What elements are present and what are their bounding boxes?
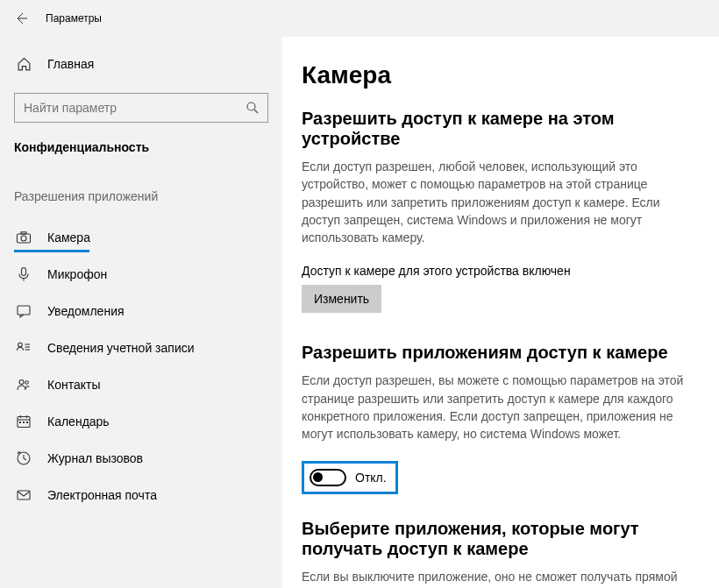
sidebar-item-label: Уведомления bbox=[47, 304, 125, 318]
sidebar-item-label: Календарь bbox=[47, 414, 110, 429]
sidebar-item-label: Контакты bbox=[47, 378, 100, 392]
home-nav[interactable]: Главная bbox=[0, 47, 282, 81]
svg-point-12 bbox=[19, 380, 24, 385]
svg-rect-4 bbox=[21, 232, 26, 234]
svg-rect-19 bbox=[23, 422, 25, 423]
arrow-left-icon bbox=[14, 11, 28, 25]
window-header: Параметры bbox=[0, 0, 719, 37]
camera-icon bbox=[16, 230, 32, 245]
svg-point-0 bbox=[247, 103, 255, 110]
back-button[interactable] bbox=[12, 10, 30, 27]
home-icon bbox=[16, 56, 32, 72]
toggle-label: Откл. bbox=[355, 471, 387, 485]
sidebar-item-label: Камера bbox=[47, 230, 90, 244]
toggle-knob bbox=[313, 472, 323, 482]
sidebar-item-camera[interactable]: Камера bbox=[0, 219, 282, 256]
sidebar-item-email[interactable]: Электронная почта bbox=[0, 477, 282, 514]
sidebar-item-label: Электронная почта bbox=[47, 488, 157, 502]
section2-desc: Если доступ разрешен, вы можете с помощь… bbox=[302, 372, 700, 443]
home-label: Главная bbox=[47, 57, 94, 71]
toggle-track bbox=[310, 469, 346, 486]
sidebar-item-label: Сведения учетной записи bbox=[47, 341, 195, 355]
svg-line-1 bbox=[254, 110, 258, 113]
svg-rect-7 bbox=[18, 306, 30, 315]
section3-desc: Если вы выключите приложение, оно не смо… bbox=[302, 568, 700, 585]
section-label: Разрешения приложений bbox=[0, 177, 282, 219]
call-history-icon bbox=[16, 450, 32, 466]
account-info-icon bbox=[16, 340, 32, 356]
notifications-icon bbox=[16, 303, 32, 319]
section2-title: Разрешить приложениям доступ к камере bbox=[302, 343, 700, 363]
contacts-icon bbox=[16, 377, 32, 393]
svg-rect-22 bbox=[18, 491, 30, 499]
search-input[interactable] bbox=[14, 93, 268, 123]
svg-point-8 bbox=[18, 343, 23, 347]
sidebar: Главная Конфиденциальность Разрешения пр… bbox=[0, 37, 282, 588]
sidebar-item-microphone[interactable]: Микрофон bbox=[0, 256, 282, 293]
section1-desc: Если доступ разрешен, любой человек, исп… bbox=[302, 158, 700, 246]
section1-title: Разрешить доступ к камере на этом устрой… bbox=[302, 109, 700, 149]
sidebar-item-label: Микрофон bbox=[47, 267, 107, 281]
sidebar-item-call-history[interactable]: Журнал вызовов bbox=[0, 440, 282, 477]
sidebar-item-contacts[interactable]: Контакты bbox=[0, 366, 282, 403]
sidebar-item-account-info[interactable]: Сведения учетной записи bbox=[0, 329, 282, 366]
svg-rect-20 bbox=[26, 422, 28, 423]
main-content: Камера Разрешить доступ к камере на этом… bbox=[282, 37, 719, 588]
sidebar-item-calendar[interactable]: Календарь bbox=[0, 403, 282, 440]
calendar-icon bbox=[16, 414, 32, 429]
camera-access-status: Доступ к камере для этого устройства вкл… bbox=[302, 264, 700, 278]
svg-rect-5 bbox=[22, 268, 26, 276]
apps-camera-toggle[interactable]: Откл. bbox=[302, 461, 398, 494]
search-box[interactable] bbox=[14, 93, 268, 123]
svg-rect-18 bbox=[19, 422, 21, 423]
sidebar-item-label: Журнал вызовов bbox=[47, 451, 143, 465]
search-icon bbox=[246, 101, 260, 115]
page-title: Камера bbox=[302, 61, 700, 89]
window-title: Параметры bbox=[46, 12, 102, 25]
change-button[interactable]: Изменить bbox=[302, 285, 381, 313]
microphone-icon bbox=[16, 266, 32, 282]
category-label: Конфиденциальность bbox=[0, 140, 282, 177]
email-icon bbox=[16, 487, 32, 503]
sidebar-item-notifications[interactable]: Уведомления bbox=[0, 293, 282, 329]
svg-point-13 bbox=[25, 381, 29, 385]
svg-point-3 bbox=[21, 236, 26, 241]
section3-title: Выберите приложения, которые могут получ… bbox=[302, 519, 700, 559]
